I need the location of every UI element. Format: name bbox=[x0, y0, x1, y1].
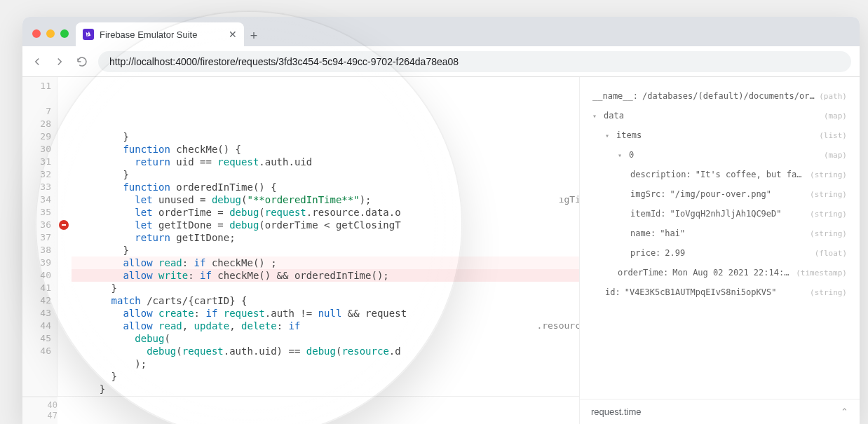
line-number: 29 bbox=[22, 130, 57, 143]
line-number: 42 bbox=[22, 294, 57, 307]
marker-column bbox=[57, 77, 72, 396]
section-request-time[interactable]: request.time ⌃ bbox=[580, 399, 860, 424]
line-number: 33 bbox=[22, 181, 57, 193]
code-line: return getItDone; bbox=[72, 231, 579, 244]
code-line: allow read, update, delete: if bbox=[72, 320, 579, 332]
line-number: 44 bbox=[22, 320, 57, 332]
code-line: } bbox=[72, 383, 579, 395]
close-tab-icon[interactable]: ✕ bbox=[229, 29, 237, 40]
code-line: } bbox=[72, 395, 579, 396]
line-number: 39 bbox=[22, 257, 57, 269]
code-pane: 1172829303132333435363738394041424344454… bbox=[22, 77, 579, 424]
field-items[interactable]: items (list) bbox=[592, 130, 847, 140]
overflow-text: ıgTi bbox=[559, 193, 579, 206]
overflow-text: .resourc bbox=[536, 320, 579, 332]
line-number: 41 bbox=[22, 282, 57, 294]
line-number: 43 bbox=[22, 307, 57, 320]
line-number: 37 bbox=[22, 231, 57, 244]
tab-strip: Firebase Emulator Suite ✕ + bbox=[22, 17, 860, 46]
field-ordertime: orderTime: Mon Aug 02 2021 22:14:46 GM… … bbox=[592, 268, 847, 278]
line-number: 46 bbox=[22, 345, 57, 357]
inspector-panel: __name__: /databases/(default)/documents… bbox=[579, 77, 860, 424]
minimize-window-icon[interactable] bbox=[46, 29, 55, 38]
field-index-0[interactable]: 0 (map) bbox=[592, 150, 847, 160]
back-button[interactable] bbox=[31, 55, 43, 68]
code-line: allow read: if checkMe() ; bbox=[72, 257, 579, 269]
error-marker-icon[interactable] bbox=[59, 220, 69, 230]
inspector-field: itemId: "IoVgqH2nhJljAh1QC9eD"(string) bbox=[592, 209, 847, 219]
line-number: 45 bbox=[22, 332, 57, 345]
code-line: let getItDone = debug(orderTime < getClo… bbox=[72, 219, 579, 231]
line-number: 30 bbox=[22, 143, 57, 156]
code-line: } bbox=[72, 168, 579, 181]
code-line: function orderedInTime() { bbox=[72, 181, 579, 193]
firebase-favicon-icon bbox=[83, 29, 94, 40]
inspector-field: name: "hai"(string) bbox=[592, 228, 847, 238]
line-number: 38 bbox=[22, 244, 57, 257]
tab-title: Firebase Emulator Suite bbox=[100, 29, 197, 40]
code-line: let orderTime = debug(request.resource.d… bbox=[72, 206, 579, 219]
new-tab-button[interactable]: + bbox=[244, 29, 264, 46]
caret-down-icon bbox=[605, 132, 612, 139]
line-number: 40 bbox=[22, 269, 57, 282]
line-number bbox=[22, 93, 57, 105]
inspector-field: description: "It's coffee, but fanc…(str… bbox=[592, 170, 847, 179]
code-line: } bbox=[72, 282, 579, 294]
browser-window: Firebase Emulator Suite ✕ + 117282930313… bbox=[22, 17, 860, 424]
line-number: 7 bbox=[22, 105, 57, 118]
line-number: 31 bbox=[22, 156, 57, 168]
gutter-footer: 4047 bbox=[22, 397, 57, 424]
close-window-icon[interactable] bbox=[32, 29, 41, 38]
code-editor[interactable]: ıgTi .resourc } function checkMe() { ret… bbox=[72, 77, 579, 396]
code-line: debug(request.auth.uid) == debug(resourc… bbox=[72, 345, 579, 357]
field-name: __name__: /databases/(default)/documents… bbox=[592, 91, 847, 101]
line-number: 11 bbox=[22, 80, 57, 93]
field-id: id: "V4E3K5cB1AUTMpqEIvS8ni5opKVS" (stri… bbox=[592, 287, 847, 297]
section-label: request.time bbox=[591, 406, 642, 417]
reload-button[interactable] bbox=[76, 55, 88, 68]
code-line: match /carts/{cartID} { bbox=[72, 294, 579, 307]
code-line: function checkMe() { bbox=[72, 143, 579, 156]
line-number: 28 bbox=[22, 118, 57, 130]
code-line: return uid == request.auth.uid bbox=[72, 156, 579, 168]
inspector-field: price: 2.99(float) bbox=[592, 248, 847, 258]
url-bar[interactable] bbox=[98, 51, 851, 72]
inspector-field: imgSrc: "/img/pour-over.png"(string) bbox=[592, 189, 847, 199]
code-line: } bbox=[72, 130, 579, 143]
line-number: 34 bbox=[22, 193, 57, 206]
code-line: let unused = debug("**orderedInTime**"); bbox=[72, 193, 579, 206]
caret-down-icon bbox=[618, 151, 625, 159]
line-number: 47 bbox=[22, 411, 57, 421]
browser-toolbar bbox=[22, 46, 860, 77]
maximize-window-icon[interactable] bbox=[60, 29, 69, 38]
line-gutter: 1172829303132333435363738394041424344454… bbox=[22, 77, 57, 396]
caret-down-icon bbox=[592, 112, 599, 120]
chevron-up-icon: ⌃ bbox=[841, 406, 848, 417]
line-number: 36 bbox=[22, 219, 57, 231]
code-line: allow create: if request.auth != null &&… bbox=[72, 307, 579, 320]
code-line: } bbox=[72, 370, 579, 383]
code-line: allow write: if checkMe() && orderedInTi… bbox=[72, 269, 579, 282]
code-line: debug( bbox=[72, 332, 579, 345]
browser-tab[interactable]: Firebase Emulator Suite ✕ bbox=[76, 22, 244, 46]
content-area: 1172829303132333435363738394041424344454… bbox=[22, 77, 860, 424]
line-number: 40 bbox=[22, 400, 57, 411]
field-data[interactable]: data (map) bbox=[592, 111, 847, 121]
line-number: 35 bbox=[22, 206, 57, 219]
forward-button[interactable] bbox=[53, 55, 66, 68]
line-number: 32 bbox=[22, 168, 57, 181]
code-line: ); bbox=[72, 357, 579, 370]
code-line: } bbox=[72, 244, 579, 257]
traffic-lights bbox=[28, 29, 76, 46]
